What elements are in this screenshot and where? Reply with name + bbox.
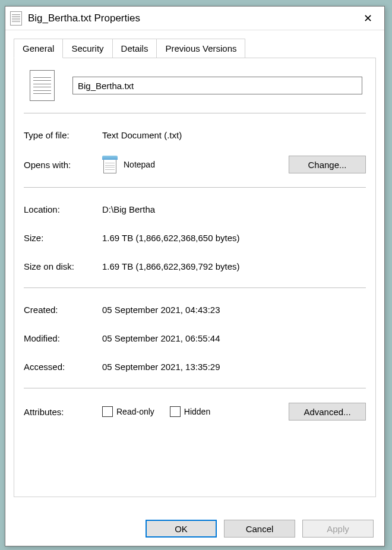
type-value: Text Document (.txt) xyxy=(102,130,366,140)
row-type: Type of file: Text Document (.txt) xyxy=(24,121,366,149)
hidden-checkbox[interactable] xyxy=(170,406,181,417)
opens-with-app: Notepad xyxy=(124,160,155,169)
document-icon xyxy=(30,70,55,101)
size-on-disk-value: 1.69 TB (1,866,622,369,792 bytes) xyxy=(102,261,366,271)
readonly-checkbox-item: Read-only xyxy=(102,406,154,417)
divider xyxy=(24,388,366,388)
row-opens-with: Opens with: Notepad Change... xyxy=(24,149,366,180)
apply-button[interactable]: Apply xyxy=(302,520,374,538)
size-label: Size: xyxy=(24,233,102,243)
row-attributes: Attributes: Read-only Hidden Advanced... xyxy=(24,396,366,428)
accessed-label: Accessed: xyxy=(24,362,102,372)
file-header xyxy=(24,70,366,101)
cancel-button[interactable]: Cancel xyxy=(224,520,295,538)
attributes-label: Attributes: xyxy=(24,407,102,417)
row-accessed: Accessed: 05 September 2021, 13:35:29 xyxy=(24,352,366,381)
readonly-label: Read-only xyxy=(116,407,154,416)
content-area: General Security Details Previous Versio… xyxy=(5,30,384,497)
filename-input[interactable] xyxy=(72,77,362,94)
button-bar: OK Cancel Apply xyxy=(146,520,374,538)
opens-with-value: Notepad xyxy=(102,156,289,173)
created-value: 05 September 2021, 04:43:23 xyxy=(102,305,366,315)
window-title: Big_Bertha.txt Properties xyxy=(28,12,356,24)
row-size-on-disk: Size on disk: 1.69 TB (1,866,622,369,792… xyxy=(24,252,366,280)
titlebar: Big_Bertha.txt Properties ✕ xyxy=(5,7,384,30)
divider xyxy=(24,113,366,113)
opens-with-label: Opens with: xyxy=(24,160,102,170)
size-value: 1.69 TB (1,866,622,368,650 bytes) xyxy=(102,233,366,243)
divider xyxy=(24,187,366,188)
type-label: Type of file: xyxy=(24,130,102,140)
change-button[interactable]: Change... xyxy=(289,156,366,173)
hidden-label: Hidden xyxy=(184,407,210,416)
tab-previous-versions[interactable]: Previous Versions xyxy=(156,39,245,58)
row-size: Size: 1.69 TB (1,866,622,368,650 bytes) xyxy=(24,223,366,252)
accessed-value: 05 September 2021, 13:35:29 xyxy=(102,362,366,372)
readonly-checkbox[interactable] xyxy=(102,406,113,417)
tab-general[interactable]: General xyxy=(14,39,63,58)
close-icon[interactable]: ✕ xyxy=(356,9,380,28)
notepad-icon xyxy=(102,156,118,173)
attributes-checkboxes: Read-only Hidden xyxy=(102,406,289,417)
tab-panel-general: Type of file: Text Document (.txt) Opens… xyxy=(14,58,376,497)
row-created: Created: 05 September 2021, 04:43:23 xyxy=(24,295,366,324)
file-icon xyxy=(10,11,22,26)
divider xyxy=(24,287,366,288)
advanced-button[interactable]: Advanced... xyxy=(289,403,366,421)
location-value: D:\Big Bertha xyxy=(102,204,366,214)
size-on-disk-label: Size on disk: xyxy=(24,261,102,271)
row-location: Location: D:\Big Bertha xyxy=(24,195,366,223)
created-label: Created: xyxy=(24,305,102,315)
hidden-checkbox-item: Hidden xyxy=(170,406,210,417)
modified-label: Modified: xyxy=(24,333,102,343)
location-label: Location: xyxy=(24,204,102,214)
row-modified: Modified: 05 September 2021, 06:55:44 xyxy=(24,324,366,352)
tab-security[interactable]: Security xyxy=(62,39,112,58)
properties-window: Big_Bertha.txt Properties ✕ General Secu… xyxy=(5,6,385,546)
modified-value: 05 September 2021, 06:55:44 xyxy=(102,333,366,343)
tab-details[interactable]: Details xyxy=(112,39,157,58)
ok-button[interactable]: OK xyxy=(146,520,217,538)
tabs: General Security Details Previous Versio… xyxy=(14,39,376,58)
